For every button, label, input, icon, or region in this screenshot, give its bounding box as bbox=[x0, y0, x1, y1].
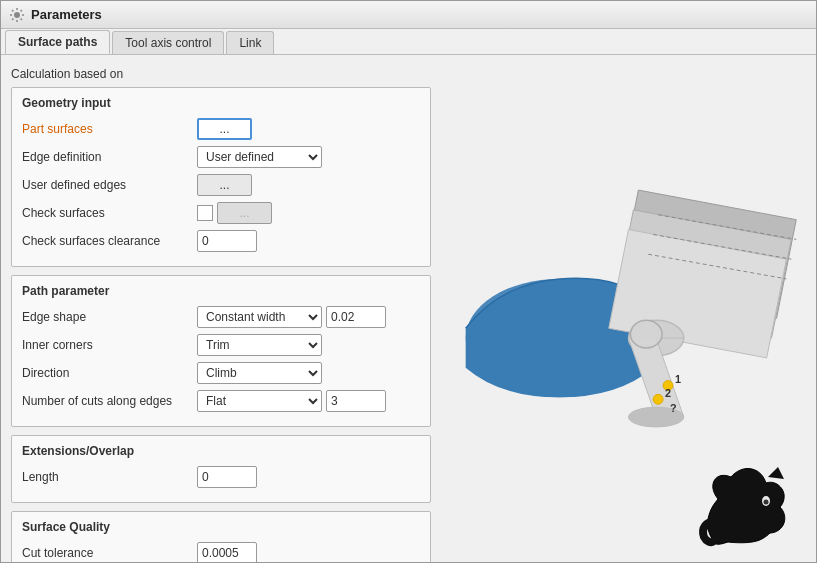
cut-tolerance-label: Cut tolerance bbox=[22, 546, 197, 560]
edge-shape-label: Edge shape bbox=[22, 310, 197, 324]
svg-point-10 bbox=[653, 394, 663, 404]
check-surfaces-clearance-label: Check surfaces clearance bbox=[22, 234, 197, 248]
right-panel: 1 2 ? bbox=[441, 55, 816, 562]
surface-quality-title: Surface Quality bbox=[22, 520, 420, 534]
inner-corners-label: Inner corners bbox=[22, 338, 197, 352]
check-surfaces-controls: ... bbox=[197, 202, 420, 224]
direction-controls: Climb Conventional Both bbox=[197, 362, 420, 384]
number-of-cuts-controls: Flat Round Sharp bbox=[197, 390, 420, 412]
number-of-cuts-label: Number of cuts along edges bbox=[22, 394, 197, 408]
number-of-cuts-select[interactable]: Flat Round Sharp bbox=[197, 390, 322, 412]
check-surfaces-row: Check surfaces ... bbox=[22, 202, 420, 224]
path-parameter-title: Path parameter bbox=[22, 284, 420, 298]
user-defined-edges-row: User defined edges ... bbox=[22, 174, 420, 196]
edge-shape-controls: Constant width Variable width Steps bbox=[197, 306, 420, 328]
gear-icon bbox=[9, 7, 25, 23]
user-defined-edges-button[interactable]: ... bbox=[197, 174, 252, 196]
parameters-window: Parameters Surface paths Tool axis contr… bbox=[0, 0, 817, 563]
svg-point-14 bbox=[764, 500, 769, 505]
edge-definition-label: Edge definition bbox=[22, 150, 197, 164]
user-defined-edges-label: User defined edges bbox=[22, 178, 197, 192]
svg-point-7 bbox=[630, 320, 662, 348]
check-surfaces-button[interactable]: ... bbox=[217, 202, 272, 224]
svg-point-0 bbox=[14, 12, 20, 18]
extensions-group: Extensions/Overlap Length bbox=[11, 435, 431, 503]
check-surfaces-clearance-controls bbox=[197, 230, 420, 252]
tab-tool-axis-control[interactable]: Tool axis control bbox=[112, 31, 224, 54]
part-surfaces-row: Part surfaces ... bbox=[22, 118, 420, 140]
tab-link[interactable]: Link bbox=[226, 31, 274, 54]
check-surfaces-clearance-input[interactable] bbox=[197, 230, 257, 252]
direction-select[interactable]: Climb Conventional Both bbox=[197, 362, 322, 384]
svg-text:2: 2 bbox=[665, 387, 671, 399]
user-defined-edges-controls: ... bbox=[197, 174, 420, 196]
edge-shape-input[interactable] bbox=[326, 306, 386, 328]
left-panel: Calculation based on Geometry input Part… bbox=[1, 55, 441, 562]
edge-definition-row: Edge definition User defined Auto Manual bbox=[22, 146, 420, 168]
direction-label: Direction bbox=[22, 366, 197, 380]
calculation-label: Calculation based on bbox=[11, 67, 431, 81]
edge-shape-row: Edge shape Constant width Variable width… bbox=[22, 306, 420, 328]
cut-tolerance-row: Cut tolerance bbox=[22, 542, 420, 562]
surface-quality-group: Surface Quality Cut tolerance bbox=[11, 511, 431, 562]
inner-corners-row: Inner corners Trim Round Extend bbox=[22, 334, 420, 356]
logo-area bbox=[696, 459, 806, 552]
direction-row: Direction Climb Conventional Both bbox=[22, 362, 420, 384]
edge-definition-controls: User defined Auto Manual bbox=[197, 146, 420, 168]
geometry-group: Geometry input Part surfaces ... Edge de… bbox=[11, 87, 431, 267]
cut-tolerance-input[interactable] bbox=[197, 542, 257, 562]
length-row: Length bbox=[22, 466, 420, 488]
title-bar: Parameters bbox=[1, 1, 816, 29]
part-surfaces-controls: ... bbox=[197, 118, 420, 140]
svg-text:?: ? bbox=[670, 402, 677, 414]
path-parameter-group: Path parameter Edge shape Constant width… bbox=[11, 275, 431, 427]
part-surfaces-button[interactable]: ... bbox=[197, 118, 252, 140]
edge-definition-select[interactable]: User defined Auto Manual bbox=[197, 146, 322, 168]
geometry-group-title: Geometry input bbox=[22, 96, 420, 110]
check-surfaces-checkbox[interactable] bbox=[197, 205, 213, 221]
cut-tolerance-controls bbox=[197, 542, 420, 562]
inner-corners-select[interactable]: Trim Round Extend bbox=[197, 334, 322, 356]
content-area: Calculation based on Geometry input Part… bbox=[1, 55, 816, 562]
edge-shape-select[interactable]: Constant width Variable width Steps bbox=[197, 306, 322, 328]
window-title: Parameters bbox=[31, 7, 102, 22]
svg-text:1: 1 bbox=[675, 374, 681, 386]
length-label: Length bbox=[22, 470, 197, 484]
inner-corners-controls: Trim Round Extend bbox=[197, 334, 420, 356]
length-input[interactable] bbox=[197, 466, 257, 488]
tabs-bar: Surface paths Tool axis control Link bbox=[1, 29, 816, 55]
tab-surface-paths[interactable]: Surface paths bbox=[5, 30, 110, 54]
extensions-group-title: Extensions/Overlap bbox=[22, 444, 420, 458]
panther-logo bbox=[696, 459, 806, 549]
number-of-cuts-row: Number of cuts along edges Flat Round Sh… bbox=[22, 390, 420, 412]
check-surfaces-label: Check surfaces bbox=[22, 206, 197, 220]
number-of-cuts-input[interactable] bbox=[326, 390, 386, 412]
part-surfaces-label: Part surfaces bbox=[22, 122, 197, 136]
check-surfaces-clearance-row: Check surfaces clearance bbox=[22, 230, 420, 252]
length-controls bbox=[197, 466, 420, 488]
